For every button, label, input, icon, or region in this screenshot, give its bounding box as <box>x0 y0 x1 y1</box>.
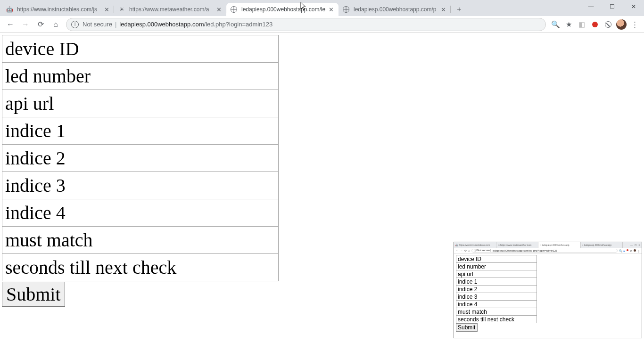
close-icon[interactable]: ✕ <box>327 6 335 13</box>
new-tab-button[interactable]: + <box>453 3 466 16</box>
mini-submit: Submit <box>456 323 478 332</box>
indice-2-input[interactable] <box>2 144 279 172</box>
mini-field: api url <box>456 270 537 278</box>
bookmark-star-icon[interactable]: ★ <box>562 18 575 31</box>
indice-4-input[interactable] <box>2 199 279 227</box>
mini-field: seconds till next check <box>456 315 537 323</box>
security-status: Not secure <box>83 21 112 28</box>
tab-ledapiesp-active[interactable]: ledapiesp.000webhostapp.com/le ✕ <box>226 3 339 16</box>
api-url-input[interactable] <box>2 90 279 117</box>
globe-favicon-icon <box>342 6 350 13</box>
close-icon[interactable]: ✕ <box>215 6 223 13</box>
forward-button[interactable]: → <box>19 18 32 31</box>
browser-chrome: 🤖 https://www.instructables.com/js ✕ ☀ h… <box>0 0 644 33</box>
tab-strip: 🤖 https://www.instructables.com/js ✕ ☀ h… <box>0 0 644 16</box>
separator: | <box>115 21 116 28</box>
toolbar: ← → ⟳ ⌂ i Not secure | ledapiesp.000webh… <box>0 16 644 33</box>
seconds-input[interactable] <box>2 253 279 281</box>
record-icon[interactable] <box>588 18 602 31</box>
led-number-input[interactable] <box>2 62 279 90</box>
mini-field: indice 3 <box>456 293 537 301</box>
window-controls: — ☐ ✕ <box>580 0 644 13</box>
tab-title: https://www.metaweather.com/a <box>129 6 215 13</box>
address-bar[interactable]: i Not secure | ledapiesp.000webhostapp.c… <box>66 18 546 31</box>
extension-icon[interactable]: ◧ <box>575 18 588 31</box>
maximize-button[interactable]: ☐ <box>602 0 623 13</box>
reload-button[interactable]: ⟳ <box>34 18 47 31</box>
mini-field: indice 2 <box>456 285 537 293</box>
block-icon[interactable] <box>602 18 615 31</box>
tab-title: ledapiesp.000webhostapp.com/le <box>241 6 327 13</box>
back-button[interactable]: ← <box>4 18 17 31</box>
device-id-input[interactable] <box>2 35 279 63</box>
home-button[interactable]: ⌂ <box>49 18 62 31</box>
must-match-input[interactable] <box>2 226 279 254</box>
tab-ledapiesp-2[interactable]: ledapiesp.000webhostapp.com/p ✕ <box>339 3 451 16</box>
tab-title: ledapiesp.000webhostapp.com/p <box>354 6 439 13</box>
close-icon[interactable]: ✕ <box>439 6 447 13</box>
indice-3-input[interactable] <box>2 172 279 199</box>
profile-avatar[interactable] <box>615 18 628 31</box>
mini-tab: 🤖 https://www.instructables.com <box>454 242 496 248</box>
menu-button[interactable]: ⋮ <box>628 18 641 31</box>
tab-instructables[interactable]: 🤖 https://www.instructables.com/js ✕ <box>2 3 114 16</box>
tab-title: https://www.instructables.com/js <box>17 6 103 13</box>
mini-field: device ID <box>456 255 537 263</box>
globe-favicon-icon <box>230 6 238 13</box>
metaweather-favicon-icon: ☀ <box>118 6 125 13</box>
mini-tab: ☀ https://www.metaweather.com <box>496 242 539 248</box>
submit-button[interactable]: Submit <box>2 282 65 307</box>
mini-tab: ○ ledapiesp.000webhostapp <box>581 242 623 248</box>
mini-url: ledapiesp.000webhostapp.com/led.php?logi… <box>493 249 557 252</box>
url-path: /led.php?login=admin123 <box>204 21 273 28</box>
preview-thumbnail: 🤖 https://www.instructables.com ☀ https:… <box>454 242 642 338</box>
mini-field: must match <box>456 308 537 316</box>
instructables-favicon-icon: 🤖 <box>6 6 13 13</box>
mini-field: led number <box>456 262 537 270</box>
site-info-icon[interactable]: i <box>71 21 79 28</box>
mini-field: indice 1 <box>456 278 537 286</box>
mini-tab: ○ ledapiesp.000webhostapp <box>538 242 581 248</box>
url-host: ledapiesp.000webhostapp.com <box>119 21 204 28</box>
minimize-button[interactable]: — <box>580 0 602 13</box>
tab-metaweather[interactable]: ☀ https://www.metaweather.com/a ✕ <box>114 3 226 16</box>
close-window-button[interactable]: ✕ <box>623 0 644 13</box>
close-icon[interactable]: ✕ <box>103 6 110 13</box>
zoom-icon[interactable]: 🔍 <box>549 18 562 31</box>
indice-1-input[interactable] <box>2 117 279 145</box>
toolbar-icons: 🔍 ★ ◧ ⋮ <box>549 18 641 31</box>
mini-field: indice 4 <box>456 300 537 308</box>
